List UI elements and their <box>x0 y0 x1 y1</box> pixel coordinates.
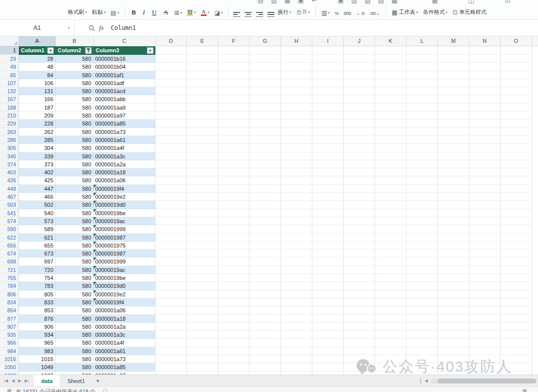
filter-dropdown-icon[interactable]: ▼ <box>47 47 54 54</box>
row-number[interactable]: 374 <box>0 160 19 168</box>
cell-empty[interactable] <box>406 234 438 242</box>
row-number[interactable]: 503 <box>0 201 19 209</box>
cell-empty[interactable] <box>218 144 250 152</box>
cell-empty[interactable] <box>438 274 469 282</box>
cell-empty[interactable] <box>281 55 312 63</box>
cell-empty[interactable] <box>406 136 438 144</box>
cell-empty[interactable] <box>281 355 312 363</box>
cell-empty[interactable] <box>469 201 501 209</box>
cell-empty[interactable] <box>155 185 187 193</box>
cell-empty[interactable] <box>438 87 469 95</box>
cell-empty[interactable] <box>501 71 532 79</box>
cell-column3[interactable]: 0000001987 <box>94 250 155 258</box>
cell-empty[interactable] <box>469 266 501 274</box>
cell-empty[interactable] <box>312 258 344 265</box>
cell-column3[interactable]: 00000019f4 <box>94 298 155 306</box>
cell-empty[interactable] <box>344 242 375 250</box>
row-number[interactable]: 854 <box>0 306 19 314</box>
cell-empty[interactable] <box>250 323 281 331</box>
cell-empty[interactable] <box>501 290 532 298</box>
column-header-H[interactable]: H <box>281 36 312 46</box>
row-number[interactable]: 188 <box>0 104 19 112</box>
cell-empty[interactable] <box>469 112 501 120</box>
cell-empty[interactable] <box>155 95 187 103</box>
cell-empty[interactable] <box>281 63 312 71</box>
cell-empty[interactable] <box>312 266 344 274</box>
cell-empty[interactable] <box>438 136 469 144</box>
cell-empty[interactable] <box>406 55 438 63</box>
column-header-N[interactable]: N <box>469 36 501 46</box>
cell-empty[interactable] <box>250 266 281 274</box>
cell-column3[interactable]: 0000001a3c <box>94 331 155 339</box>
cell-empty[interactable] <box>155 152 187 160</box>
cell-empty[interactable] <box>469 274 501 282</box>
cell-empty[interactable] <box>155 144 187 152</box>
cell-empty[interactable] <box>375 55 406 63</box>
column-header-B[interactable]: B <box>56 36 94 46</box>
cell-column3[interactable]: 0000001a4f <box>94 144 155 152</box>
cell-empty[interactable] <box>312 355 344 363</box>
cell-empty[interactable] <box>501 298 532 306</box>
cell-empty[interactable] <box>501 104 532 112</box>
cell-empty[interactable] <box>438 347 469 355</box>
cell-empty[interactable] <box>344 225 375 233</box>
row-number[interactable]: 448 <box>0 185 19 193</box>
cell-empty[interactable] <box>375 176 406 184</box>
cell-empty[interactable] <box>501 331 532 339</box>
row-number[interactable]: 467 <box>0 193 19 201</box>
cell-empty[interactable] <box>406 258 438 265</box>
cell-empty[interactable] <box>218 274 250 282</box>
cell-empty[interactable] <box>155 217 187 225</box>
row-number[interactable]: 984 <box>0 347 19 355</box>
cell-empty[interactable] <box>218 79 250 87</box>
cell-empty[interactable] <box>375 250 406 258</box>
cell-empty[interactable] <box>155 315 187 323</box>
cell-empty[interactable] <box>501 315 532 323</box>
cell-empty[interactable] <box>281 95 312 103</box>
cell-empty[interactable] <box>281 250 312 258</box>
cell-empty[interactable] <box>187 152 218 160</box>
cell-empty[interactable] <box>375 339 406 347</box>
cell-column2[interactable]: 580 <box>56 217 94 225</box>
cell-empty[interactable] <box>312 152 344 160</box>
cell-empty[interactable] <box>438 112 469 120</box>
cell-empty[interactable] <box>187 306 218 314</box>
row-number[interactable]: 85 <box>0 71 19 79</box>
cell-empty[interactable] <box>344 282 375 290</box>
row-number[interactable]: 132 <box>0 87 19 95</box>
column-header-D[interactable]: D <box>155 36 187 46</box>
row-number[interactable]: 590 <box>0 225 19 233</box>
column-header-K[interactable]: K <box>375 36 406 46</box>
cell-empty[interactable] <box>501 46 532 55</box>
cell-column1[interactable]: 502 <box>19 201 56 209</box>
cell-empty[interactable] <box>344 160 375 168</box>
cell-empty[interactable] <box>218 347 250 355</box>
cell-empty[interactable] <box>155 250 187 258</box>
cell-empty[interactable] <box>469 250 501 258</box>
cell-empty[interactable] <box>250 282 281 290</box>
merge-cells-button[interactable]: 合并 ▾ <box>294 7 312 17</box>
cell-column1[interactable]: 187 <box>19 104 56 112</box>
cell-empty[interactable] <box>375 152 406 160</box>
cell-column1[interactable]: 1049 <box>19 363 56 371</box>
cell-column2[interactable]: 580 <box>56 323 94 331</box>
cell-empty[interactable] <box>469 193 501 201</box>
cell-empty[interactable] <box>344 347 375 355</box>
cell-empty[interactable] <box>312 331 344 339</box>
cell-empty[interactable] <box>250 234 281 242</box>
cell-empty[interactable] <box>281 79 312 87</box>
cell-empty[interactable] <box>469 87 501 95</box>
cell-empty[interactable] <box>218 168 250 176</box>
cell-empty[interactable] <box>312 120 344 128</box>
cell-empty[interactable] <box>344 274 375 282</box>
cell-empty[interactable] <box>406 315 438 323</box>
cell-empty[interactable] <box>187 339 218 347</box>
cell-empty[interactable] <box>501 258 532 265</box>
cell-empty[interactable] <box>281 209 312 217</box>
cell-empty[interactable] <box>312 339 344 347</box>
cell-empty[interactable] <box>406 193 438 201</box>
cell-empty[interactable] <box>344 79 375 87</box>
cell-empty[interactable] <box>312 315 344 323</box>
cell-empty[interactable] <box>501 274 532 282</box>
cell-empty[interactable] <box>218 176 250 184</box>
